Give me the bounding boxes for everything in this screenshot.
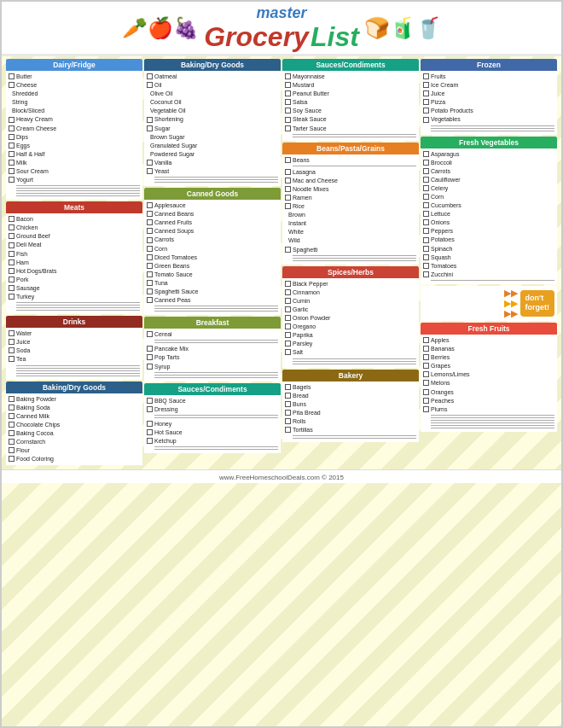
checkbox[interactable] xyxy=(285,418,291,424)
checkbox[interactable] xyxy=(147,297,153,303)
checkbox[interactable] xyxy=(9,259,15,265)
checkbox[interactable] xyxy=(423,398,429,404)
checkbox[interactable] xyxy=(423,82,429,88)
checkbox[interactable] xyxy=(9,73,15,79)
checkbox[interactable] xyxy=(285,99,291,105)
checkbox[interactable] xyxy=(147,398,153,404)
checkbox[interactable] xyxy=(9,233,15,239)
checkbox[interactable] xyxy=(423,254,429,260)
checkbox[interactable] xyxy=(285,332,291,338)
checkbox[interactable] xyxy=(285,315,291,321)
checkbox[interactable] xyxy=(9,347,15,353)
checkbox[interactable] xyxy=(285,125,291,131)
checkbox[interactable] xyxy=(423,271,429,277)
checkbox[interactable] xyxy=(285,117,291,123)
checkbox[interactable] xyxy=(423,371,429,377)
checkbox[interactable] xyxy=(423,90,429,96)
checkbox[interactable] xyxy=(423,346,429,352)
checkbox[interactable] xyxy=(9,216,15,222)
checkbox[interactable] xyxy=(423,263,429,269)
checkbox[interactable] xyxy=(285,247,291,253)
checkbox[interactable] xyxy=(9,285,15,291)
checkbox[interactable] xyxy=(285,401,291,407)
checkbox[interactable] xyxy=(423,168,429,174)
checkbox[interactable] xyxy=(423,160,429,166)
checkbox[interactable] xyxy=(285,108,291,114)
checkbox[interactable] xyxy=(285,281,291,287)
checkbox[interactable] xyxy=(285,323,291,329)
checkbox[interactable] xyxy=(285,169,291,175)
checkbox[interactable] xyxy=(147,117,153,123)
checkbox[interactable] xyxy=(147,211,153,217)
checkbox[interactable] xyxy=(423,108,429,114)
checkbox[interactable] xyxy=(147,331,153,337)
checkbox[interactable] xyxy=(285,82,291,88)
checkbox[interactable] xyxy=(147,219,153,225)
checkbox[interactable] xyxy=(9,160,15,166)
checkbox[interactable] xyxy=(147,364,153,370)
checkbox[interactable] xyxy=(147,160,153,166)
checkbox[interactable] xyxy=(423,237,429,243)
checkbox[interactable] xyxy=(9,330,15,336)
checkbox[interactable] xyxy=(285,410,291,416)
checkbox[interactable] xyxy=(423,219,429,225)
checkbox[interactable] xyxy=(423,117,429,123)
checkbox[interactable] xyxy=(9,125,15,131)
checkbox[interactable] xyxy=(147,406,153,412)
checkbox[interactable] xyxy=(9,405,15,411)
checkbox[interactable] xyxy=(285,341,291,347)
checkbox[interactable] xyxy=(423,246,429,252)
checkbox[interactable] xyxy=(423,211,429,217)
checkbox[interactable] xyxy=(147,263,153,269)
checkbox[interactable] xyxy=(285,298,291,304)
checkbox[interactable] xyxy=(9,143,15,149)
checkbox[interactable] xyxy=(423,228,429,234)
checkbox[interactable] xyxy=(147,237,153,243)
checkbox[interactable] xyxy=(423,380,429,386)
checkbox[interactable] xyxy=(147,429,153,435)
checkbox[interactable] xyxy=(147,202,153,208)
checkbox[interactable] xyxy=(9,356,15,362)
checkbox[interactable] xyxy=(9,251,15,257)
checkbox[interactable] xyxy=(9,82,15,88)
checkbox[interactable] xyxy=(285,195,291,201)
checkbox[interactable] xyxy=(9,242,15,248)
checkbox[interactable] xyxy=(285,306,291,312)
checkbox[interactable] xyxy=(9,413,15,419)
checkbox[interactable] xyxy=(9,117,15,123)
checkbox[interactable] xyxy=(9,134,15,140)
checkbox[interactable] xyxy=(423,363,429,369)
checkbox[interactable] xyxy=(9,294,15,300)
checkbox[interactable] xyxy=(423,194,429,200)
checkbox[interactable] xyxy=(147,271,153,277)
checkbox[interactable] xyxy=(285,73,291,79)
checkbox[interactable] xyxy=(423,99,429,105)
checkbox[interactable] xyxy=(9,151,15,157)
checkbox[interactable] xyxy=(147,288,153,294)
checkbox[interactable] xyxy=(285,157,291,163)
checkbox[interactable] xyxy=(147,125,153,131)
checkbox[interactable] xyxy=(147,438,153,444)
checkbox[interactable] xyxy=(9,447,15,453)
checkbox[interactable] xyxy=(285,203,291,209)
checkbox[interactable] xyxy=(285,186,291,192)
checkbox[interactable] xyxy=(147,168,153,174)
checkbox[interactable] xyxy=(9,224,15,230)
checkbox[interactable] xyxy=(423,406,429,412)
checkbox[interactable] xyxy=(147,254,153,260)
checkbox[interactable] xyxy=(9,268,15,274)
checkbox[interactable] xyxy=(285,349,291,355)
checkbox[interactable] xyxy=(285,178,291,183)
checkbox[interactable] xyxy=(147,73,153,79)
checkbox[interactable] xyxy=(147,228,153,234)
checkbox[interactable] xyxy=(9,277,15,282)
checkbox[interactable] xyxy=(147,82,153,88)
checkbox[interactable] xyxy=(147,354,153,360)
checkbox[interactable] xyxy=(285,90,291,96)
checkbox[interactable] xyxy=(423,337,429,343)
checkbox[interactable] xyxy=(9,168,15,174)
checkbox[interactable] xyxy=(285,384,291,390)
checkbox[interactable] xyxy=(423,389,429,395)
checkbox[interactable] xyxy=(9,177,15,183)
checkbox[interactable] xyxy=(423,177,429,183)
